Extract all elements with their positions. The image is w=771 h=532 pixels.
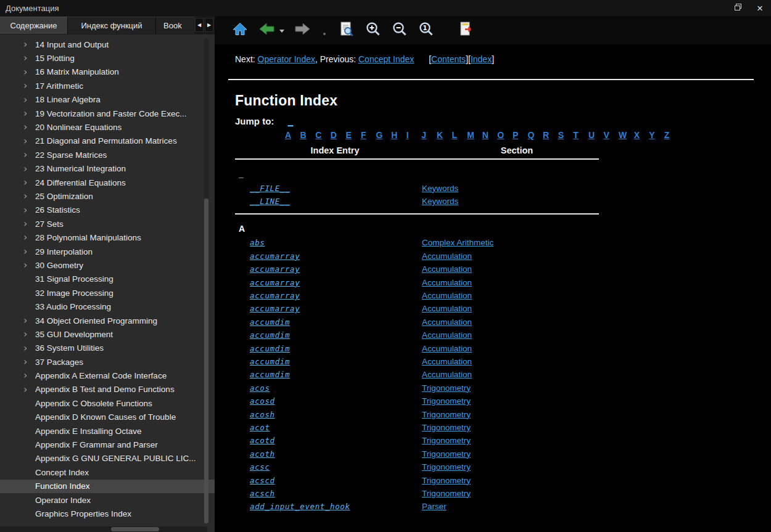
jump-letter-R[interactable]: R	[543, 130, 558, 140]
jump-letter-I[interactable]: I	[406, 130, 422, 140]
sidebar-item[interactable]: ›28 Polynomial Manipulations	[0, 231, 215, 244]
jump-letter-Q[interactable]: Q	[528, 130, 543, 140]
tab-contents[interactable]: Содержание	[0, 17, 68, 34]
section-link[interactable]: Trigonometry	[422, 423, 471, 432]
sidebar-item[interactable]: ›37 Packages	[0, 355, 215, 369]
jump-letter-W[interactable]: W	[619, 130, 634, 140]
sidebar-item[interactable]: ›34 Object Oriented Programming	[0, 314, 215, 327]
section-link[interactable]: Accumulation	[422, 291, 472, 300]
function-entry-link[interactable]: __LINE__	[250, 197, 290, 206]
sidebar-item[interactable]: ›30 Geometry	[0, 258, 215, 272]
chevron-right-icon[interactable]: ›	[23, 204, 32, 216]
jump-letter-V[interactable]: V	[603, 130, 619, 140]
jump-letter-D[interactable]: D	[331, 130, 346, 140]
function-entry-link[interactable]: acsch	[250, 489, 275, 498]
sidebar-item[interactable]: Concept Index	[0, 465, 215, 479]
sidebar-item[interactable]: Function Index	[0, 480, 215, 493]
chevron-right-icon[interactable]: ›	[23, 80, 32, 92]
function-entry-link[interactable]: acoth	[250, 449, 275, 459]
jump-letter-J[interactable]: J	[421, 130, 437, 140]
sidebar-item[interactable]: ›23 Numerical Integration	[0, 162, 215, 176]
sidebar-item[interactable]: Appendix C Obsolete Functions	[0, 396, 215, 410]
chevron-right-icon[interactable]: ›	[23, 218, 32, 230]
home-button[interactable]	[231, 21, 249, 39]
sidebar-item[interactable]: ›15 Plotting	[0, 51, 215, 65]
chevron-right-icon[interactable]: ›	[23, 163, 32, 175]
jump-letter-F[interactable]: F	[361, 130, 376, 140]
section-link[interactable]: Accumulation	[422, 317, 472, 327]
jump-letter-H[interactable]: H	[391, 130, 406, 140]
section-link[interactable]: Trigonometry	[422, 489, 471, 498]
sidebar-item[interactable]: ›26 Statistics	[0, 203, 215, 217]
jump-letter-B[interactable]: B	[300, 130, 316, 140]
chevron-right-icon[interactable]: ›	[23, 259, 32, 271]
sidebar-item[interactable]: Operator Index	[0, 493, 215, 507]
sidebar-item[interactable]: Graphics Properties Index	[0, 507, 215, 520]
sidebar-item[interactable]: ›Appendix A External Code Interface	[0, 369, 215, 382]
jump-letter-S[interactable]: S	[558, 130, 574, 140]
sidebar-item[interactable]: ›36 System Utilities	[0, 342, 215, 355]
function-entry-link[interactable]: accumarray	[250, 278, 300, 287]
sidebar-item[interactable]: ›17 Arithmetic	[0, 79, 215, 92]
tab-bookmarks[interactable]: Book	[156, 17, 196, 34]
chevron-right-icon[interactable]: ›	[23, 383, 32, 396]
function-entry-link[interactable]: accumdim	[250, 344, 290, 353]
zoom-in-button[interactable]	[364, 21, 382, 39]
restore-window-button[interactable]	[732, 2, 743, 14]
chevron-right-icon[interactable]: ›	[23, 149, 32, 161]
section-link[interactable]: Trigonometry	[422, 436, 471, 445]
chevron-right-icon[interactable]: ›	[23, 135, 32, 147]
function-entry-link[interactable]: acsc	[250, 462, 270, 472]
chevron-right-icon[interactable]: ›	[23, 328, 32, 340]
sidebar-item[interactable]: ›20 Nonlinear Equations	[0, 120, 215, 134]
function-entry-link[interactable]: abs	[250, 238, 265, 247]
chevron-right-icon[interactable]: ›	[23, 342, 32, 354]
function-entry-link[interactable]: accumarray	[250, 291, 300, 300]
section-link[interactable]: Keywords	[422, 197, 458, 206]
jump-letter-L[interactable]: L	[452, 130, 468, 140]
jump-letter-A[interactable]: A	[285, 130, 300, 140]
section-link[interactable]: Accumulation	[422, 278, 472, 287]
function-entry-link[interactable]: acscd	[250, 476, 275, 485]
section-link[interactable]: Trigonometry	[422, 383, 471, 393]
close-window-button[interactable]: ×	[754, 2, 765, 14]
jump-letter-T[interactable]: T	[573, 130, 588, 140]
function-entry-link[interactable]: accumdim	[250, 317, 290, 327]
jump-letter-X[interactable]: X	[634, 130, 649, 140]
sidebar-item[interactable]: ›21 Diagonal and Permutation Matrices	[0, 134, 215, 148]
chevron-right-icon[interactable]: ›	[23, 369, 32, 382]
sidebar-item[interactable]: 33 Audio Processing	[0, 300, 215, 313]
sidebar-item[interactable]: ›29 Interpolation	[0, 245, 215, 258]
sidebar-item[interactable]: ›14 Input and Output	[0, 38, 215, 51]
function-entry-link[interactable]: accumarray	[250, 264, 300, 274]
chevron-right-icon[interactable]: ›	[23, 356, 32, 368]
chevron-right-icon[interactable]: ›	[23, 176, 32, 189]
section-link[interactable]: Accumulation	[422, 330, 472, 340]
sidebar-item[interactable]: Appendix E Installing Octave	[0, 424, 215, 438]
sidebar-item[interactable]: Appendix D Known Causes of Trouble	[0, 411, 215, 424]
section-link[interactable]: Complex Arithmetic	[422, 238, 493, 247]
back-history-dropdown-button[interactable]	[279, 21, 285, 39]
previous-link[interactable]: Concept Index	[358, 54, 414, 64]
function-entry-link[interactable]: acotd	[250, 436, 275, 445]
tab-function-index[interactable]: Индекс функций	[68, 17, 156, 34]
tab-scroll-right-button[interactable]: ▶	[205, 18, 213, 32]
function-entry-link[interactable]: acosd	[250, 396, 275, 406]
jump-letter-U[interactable]: U	[588, 130, 604, 140]
section-link[interactable]: Parser	[422, 502, 447, 511]
section-link[interactable]: Accumulation	[422, 370, 472, 379]
jump-letter-E[interactable]: E	[345, 130, 361, 140]
jump-letter-C[interactable]: C	[315, 130, 331, 140]
function-entry-link[interactable]: __FILE__	[250, 184, 290, 193]
tab-scroll-left-button[interactable]: ◀	[195, 18, 204, 32]
function-entry-link[interactable]: accumdim	[250, 330, 290, 340]
detach-window-button[interactable]	[458, 21, 476, 39]
function-entry-link[interactable]: accumdim	[250, 370, 290, 379]
jump-letter-P[interactable]: P	[513, 130, 528, 140]
sidebar-item[interactable]: ›Appendix B Test and Demo Functions	[0, 383, 215, 396]
zoom-out-button[interactable]	[390, 21, 409, 39]
zoom-original-button[interactable]: 1	[417, 21, 435, 39]
chevron-right-icon[interactable]: ›	[23, 38, 32, 51]
sidebar-item[interactable]: ›35 GUI Development	[0, 327, 215, 341]
section-link[interactable]: Trigonometry	[422, 476, 471, 485]
